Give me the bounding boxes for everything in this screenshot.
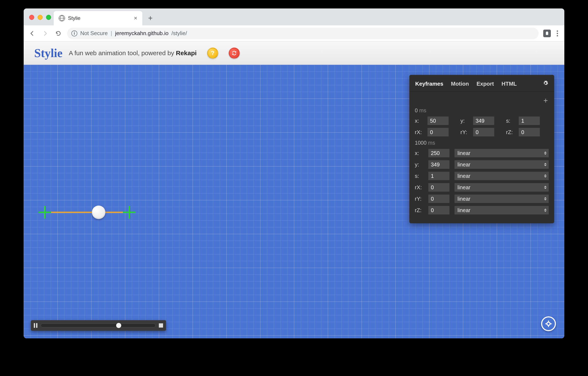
arrow-left-icon (29, 31, 35, 36)
keyframe-row: rX:rY:rZ: (415, 128, 549, 136)
pause-button[interactable] (34, 323, 37, 328)
svg-rect-1 (546, 31, 548, 32)
clipboard-icon (545, 31, 549, 36)
reload-button[interactable] (54, 29, 63, 38)
url-domain: jeremyckahn.github.io (115, 30, 168, 37)
field-label: s: (415, 173, 425, 179)
panel-settings-button[interactable] (543, 80, 548, 87)
chevron-updown-icon (544, 186, 546, 189)
crosshair-horizontal (38, 212, 51, 213)
chevron-updown-icon (544, 175, 546, 178)
keyframe-time-label: 0 ms (415, 107, 549, 114)
value-input[interactable] (519, 128, 540, 136)
browser-tab[interactable]: Stylie × (54, 11, 142, 25)
browser-toolbar: i Not Secure | jeremyckahn.github.io/sty… (24, 25, 564, 42)
stop-button[interactable] (159, 323, 163, 328)
globe-icon (59, 15, 65, 21)
tab-title: Stylie (68, 15, 81, 21)
app-tagline: A fun web animation tool, powered by Rek… (69, 49, 197, 57)
field-label: rZ: (415, 207, 425, 214)
panel-tab-html[interactable]: HTML (502, 81, 517, 87)
easing-select[interactable]: linear (454, 160, 549, 169)
close-tab-icon[interactable]: × (134, 15, 137, 21)
keyframe-row: x:y:s: (415, 117, 549, 125)
field-label: rX: (415, 129, 425, 135)
keyframe-row: s:linear (415, 172, 549, 180)
new-tab-button[interactable]: + (144, 12, 157, 24)
field-label: y: (415, 161, 425, 168)
easing-select[interactable]: linear (454, 206, 549, 214)
keyframe-row: rY:linear (415, 195, 549, 203)
help-button[interactable]: ? (207, 48, 218, 59)
keyframe-row: rZ:linear (415, 206, 549, 214)
app-logo: Stylie (34, 46, 63, 60)
window-close-icon[interactable] (29, 15, 34, 20)
back-button[interactable] (28, 29, 36, 38)
actor-ball[interactable] (92, 206, 105, 219)
playback-bar (31, 320, 166, 331)
chevron-updown-icon (544, 152, 546, 155)
reload-icon (55, 31, 61, 36)
keyframe-handle[interactable] (38, 206, 51, 219)
value-input[interactable] (473, 128, 494, 136)
value-input[interactable] (428, 183, 450, 192)
address-bar[interactable]: i Not Secure | jeremyckahn.github.io/sty… (67, 28, 539, 39)
browser-window: Stylie × + i Not Secure | jeremyckahn.gi… (24, 9, 564, 338)
field-label: x: (415, 118, 425, 124)
value-input[interactable] (519, 117, 540, 125)
panel-tab-export[interactable]: Export (476, 81, 494, 87)
keyframe-row: x:linear (415, 149, 549, 157)
value-input[interactable] (428, 172, 450, 180)
add-keyframe-button[interactable]: + (543, 97, 548, 104)
easing-select[interactable]: linear (454, 149, 549, 157)
insecure-label: Not Secure (80, 30, 108, 37)
field-label: y: (461, 118, 471, 124)
crosshair-icon (545, 320, 552, 328)
easing-select[interactable]: linear (454, 195, 549, 203)
value-input[interactable] (428, 160, 450, 169)
keyframe-handle[interactable] (123, 206, 136, 219)
value-input[interactable] (428, 149, 450, 157)
window-controls (27, 15, 54, 25)
browser-menu-button[interactable] (555, 31, 560, 36)
panel-tab-motion[interactable]: Motion (451, 81, 469, 87)
panel-tabs: KeyframesMotionExportHTML (409, 75, 554, 92)
chevron-updown-icon (544, 163, 546, 166)
recenter-button[interactable] (541, 316, 556, 331)
chevron-updown-icon (544, 197, 546, 200)
value-input[interactable] (473, 117, 494, 125)
scrubber-thumb[interactable] (116, 323, 121, 328)
svg-point-2 (547, 322, 550, 325)
field-label: rZ: (506, 129, 517, 135)
app-header: Stylie A fun web animation tool, powered… (24, 42, 564, 65)
keyframe-time-label: 1000 ms (415, 140, 549, 146)
reset-button[interactable] (229, 48, 240, 59)
chevron-updown-icon (544, 209, 546, 212)
window-zoom-icon[interactable] (46, 15, 51, 20)
animation-canvas[interactable]: KeyframesMotionExportHTML + 0 msx:y:s:rX… (24, 65, 564, 338)
motion-path (45, 212, 129, 213)
value-input[interactable] (428, 117, 449, 125)
site-info-icon[interactable]: i (71, 31, 77, 36)
forward-button[interactable] (41, 29, 49, 38)
easing-select[interactable]: linear (454, 183, 549, 192)
stop-icon (159, 323, 163, 328)
easing-select[interactable]: linear (454, 172, 549, 180)
field-label: rY: (461, 129, 471, 135)
pause-icon (36, 323, 37, 328)
scrubber-track[interactable] (41, 323, 156, 327)
keyframe-group: 0 msx:y:s:rX:rY:rZ: (415, 107, 549, 136)
window-minimize-icon[interactable] (38, 15, 43, 20)
control-panel: KeyframesMotionExportHTML + 0 msx:y:s:rX… (409, 75, 554, 223)
value-input[interactable] (428, 128, 449, 136)
panel-tab-keyframes[interactable]: Keyframes (415, 81, 443, 87)
extension-icon[interactable] (543, 30, 551, 37)
keyframe-group: 1000 msx:lineary:linears:linearrX:linear… (415, 140, 549, 214)
panel-body: + 0 msx:y:s:rX:rY:rZ:1000 msx:lineary:li… (409, 92, 554, 214)
browser-tabstrip: Stylie × + (24, 9, 564, 25)
field-label: rY: (415, 196, 425, 202)
url-separator: | (111, 30, 112, 37)
value-input[interactable] (428, 195, 450, 203)
crosshair-horizontal (123, 212, 136, 213)
value-input[interactable] (428, 206, 450, 214)
